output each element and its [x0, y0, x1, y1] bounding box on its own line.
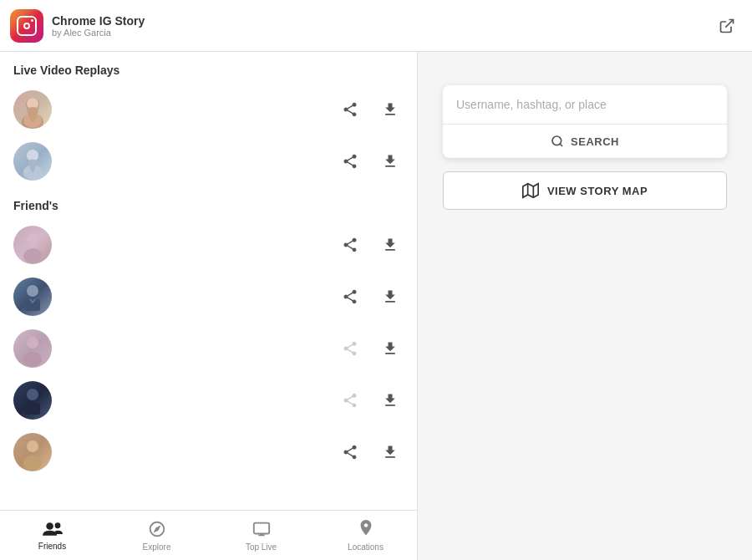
- right-panel: SEARCH VIEW STORY MAP: [418, 52, 752, 560]
- app-title: Chrome IG Story by Alec Garcia: [52, 14, 145, 38]
- avatar-silhouette: [13, 433, 52, 471]
- story-actions: [337, 232, 404, 258]
- left-panel: Live Video Replays: [0, 52, 418, 560]
- svg-point-12: [23, 352, 42, 367]
- app-icon-dot: [23, 23, 30, 29]
- nav-item-top-live[interactable]: Top Live: [209, 511, 313, 560]
- download-button[interactable]: [377, 232, 404, 258]
- avatar: [13, 381, 52, 420]
- avatar: [13, 329, 52, 368]
- avatar-silhouette: [13, 277, 52, 316]
- app-icon-corner: [31, 19, 33, 22]
- download-button[interactable]: [377, 283, 404, 310]
- svg-point-11: [27, 337, 38, 349]
- share-button[interactable]: [337, 232, 363, 258]
- download-button[interactable]: [377, 387, 404, 414]
- map-icon: [522, 182, 539, 199]
- list-item: [0, 426, 417, 478]
- avatar: [13, 90, 52, 129]
- share-button-disabled[interactable]: [337, 387, 363, 414]
- list-item: [0, 84, 417, 135]
- share-button[interactable]: [337, 283, 363, 310]
- search-button-label: SEARCH: [571, 135, 619, 148]
- download-button[interactable]: [377, 335, 404, 362]
- search-button[interactable]: SEARCH: [443, 125, 727, 158]
- top-live-icon: [252, 520, 271, 541]
- svg-point-22: [552, 136, 561, 145]
- header-left: Chrome IG Story by Alec Garcia: [10, 9, 145, 43]
- bottom-nav: Friends Explore: [0, 510, 418, 560]
- avatar-silhouette: [13, 226, 52, 264]
- search-card: SEARCH: [443, 85, 727, 158]
- svg-point-18: [54, 522, 60, 528]
- download-button[interactable]: [377, 96, 404, 123]
- nav-label-locations: Locations: [348, 542, 384, 552]
- share-button[interactable]: [337, 148, 363, 175]
- share-button[interactable]: [337, 96, 363, 123]
- avatar-silhouette: [13, 142, 52, 181]
- svg-rect-19: [253, 522, 268, 533]
- search-icon: [551, 135, 564, 148]
- view-story-map-button[interactable]: VIEW STORY MAP: [443, 171, 727, 210]
- svg-point-15: [27, 440, 38, 452]
- avatar: [13, 433, 52, 471]
- avatar: [13, 277, 52, 316]
- search-input[interactable]: [456, 98, 714, 111]
- download-button[interactable]: [377, 439, 404, 466]
- share-button[interactable]: [337, 439, 363, 466]
- svg-point-8: [23, 248, 42, 263]
- share-button-disabled[interactable]: [337, 335, 363, 362]
- avatar-silhouette: [13, 90, 52, 129]
- list-item: [0, 374, 417, 426]
- friends-icon: [43, 521, 63, 540]
- svg-point-16: [23, 456, 42, 471]
- app-title-sub: by Alec Garcia: [52, 28, 145, 38]
- avatar: [13, 142, 52, 181]
- svg-marker-24: [523, 184, 538, 198]
- avatar: [13, 226, 52, 264]
- story-actions: [337, 387, 404, 414]
- friends-title: Friend's: [0, 187, 417, 219]
- explore-icon: [148, 520, 166, 541]
- story-actions: [337, 283, 404, 310]
- story-actions: [337, 439, 404, 466]
- view-story-map-label: VIEW STORY MAP: [547, 185, 648, 197]
- avatar-silhouette: [13, 329, 52, 368]
- locations-icon: [358, 520, 374, 541]
- nav-label-explore: Explore: [143, 542, 171, 552]
- nav-item-explore[interactable]: Explore: [104, 511, 209, 560]
- nav-label-top-live: Top Live: [246, 542, 277, 552]
- svg-point-9: [27, 285, 38, 297]
- list-item: [0, 135, 417, 187]
- app-title-main: Chrome IG Story: [52, 14, 145, 28]
- app-icon: [10, 9, 43, 43]
- avatar-silhouette: [13, 381, 52, 420]
- story-actions: [337, 148, 404, 175]
- external-link-button[interactable]: [712, 11, 742, 41]
- search-input-wrapper: [443, 85, 727, 125]
- nav-label-friends: Friends: [38, 542, 66, 551]
- story-actions: [337, 96, 404, 123]
- download-button[interactable]: [377, 148, 404, 175]
- header: Chrome IG Story by Alec Garcia: [0, 0, 752, 52]
- app-icon-inner: [17, 16, 37, 36]
- svg-point-13: [27, 389, 38, 400]
- svg-point-17: [46, 522, 53, 530]
- svg-rect-10: [25, 299, 40, 311]
- nav-item-locations[interactable]: Locations: [313, 511, 418, 560]
- svg-point-7: [27, 233, 38, 245]
- main-area: Live Video Replays: [0, 52, 752, 560]
- list-item: [0, 219, 417, 271]
- svg-rect-14: [25, 403, 40, 415]
- svg-line-23: [560, 144, 562, 146]
- nav-item-friends[interactable]: Friends: [0, 511, 104, 560]
- left-scrollable[interactable]: Live Video Replays: [0, 52, 417, 510]
- svg-line-0: [725, 19, 733, 27]
- list-item: [0, 271, 417, 323]
- list-item: [0, 323, 417, 374]
- live-replays-title: Live Video Replays: [0, 52, 417, 84]
- story-actions: [337, 335, 404, 362]
